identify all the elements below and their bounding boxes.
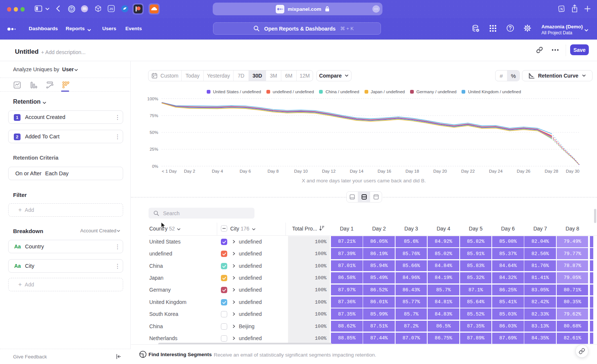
svg-text:Day 18: Day 18	[406, 169, 419, 173]
svg-text:Day 30: Day 30	[566, 169, 579, 173]
svg-text:Day 12: Day 12	[322, 169, 335, 173]
svg-text:25%: 25%	[150, 147, 158, 151]
svg-text:Day 14: Day 14	[350, 169, 363, 173]
svg-text:Day 8: Day 8	[268, 169, 279, 173]
svg-text:Day 4: Day 4	[212, 169, 224, 173]
svg-text:Day 2: Day 2	[184, 169, 195, 173]
svg-text:Day 26: Day 26	[517, 169, 530, 173]
svg-text:< 1 Day: < 1 Day	[162, 169, 177, 173]
svg-text:Day 10: Day 10	[294, 169, 307, 173]
svg-text:Day 22: Day 22	[461, 169, 475, 173]
svg-text:Day 6: Day 6	[240, 169, 251, 173]
svg-text:50%: 50%	[150, 130, 158, 135]
svg-text:75%: 75%	[150, 113, 158, 118]
svg-text:Day 24: Day 24	[489, 169, 503, 173]
svg-text:Day 28: Day 28	[545, 169, 558, 173]
svg-text:0%: 0%	[152, 164, 158, 169]
svg-text:Day 16: Day 16	[378, 169, 391, 173]
svg-text:100%: 100%	[147, 97, 158, 101]
svg-text:Day 20: Day 20	[433, 169, 447, 173]
